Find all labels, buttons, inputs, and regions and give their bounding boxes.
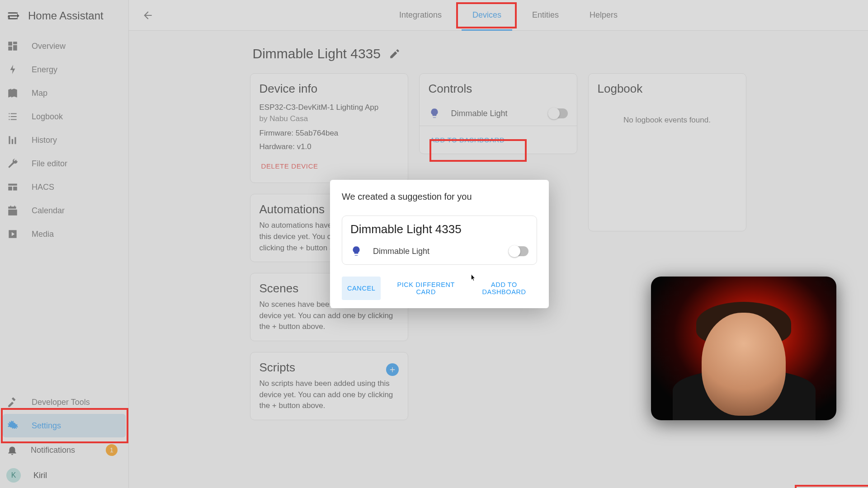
lightbulb-icon <box>350 245 362 257</box>
webcam-face <box>702 313 786 416</box>
dialog-actions: CANCEL PICK DIFFERENT CARD ADD TO DASHBO… <box>342 277 537 300</box>
preview-entity-label: Dimmable Light <box>373 247 498 256</box>
dialog-add-to-dashboard-button[interactable]: ADD TO DASHBOARD <box>471 277 537 300</box>
pointer-cursor-icon <box>468 273 478 283</box>
webcam-overlay <box>651 277 836 420</box>
pick-different-card-button[interactable]: PICK DIFFERENT CARD <box>390 277 462 300</box>
preview-card: Dimmable Light 4335 Dimmable Light <box>342 216 537 265</box>
preview-entity-row[interactable]: Dimmable Light <box>350 244 528 260</box>
cancel-button[interactable]: CANCEL <box>342 277 381 300</box>
preview-card-title: Dimmable Light 4335 <box>350 222 528 236</box>
app-root: Home Assistant Overview Energy Map Log <box>0 0 868 488</box>
suggestion-dialog: We created a suggestion for you Dimmable… <box>330 180 549 308</box>
dialog-title: We created a suggestion for you <box>342 192 537 202</box>
preview-entity-toggle[interactable] <box>509 246 528 256</box>
